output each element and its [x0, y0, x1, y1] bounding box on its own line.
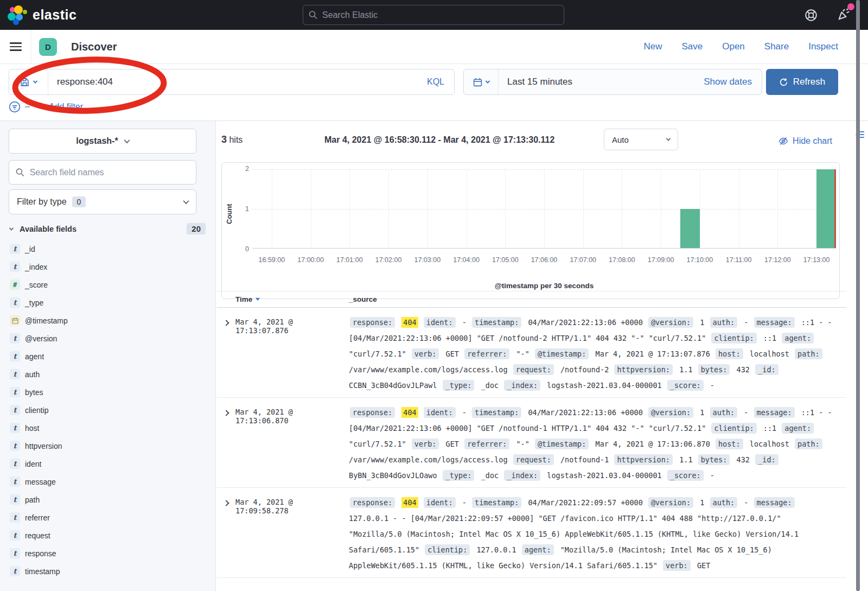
sidebar-field-agent[interactable]: tagent	[9, 347, 207, 365]
y-axis-tick-label: 0	[245, 245, 249, 253]
sidebar-field-message[interactable]: tmessage	[9, 473, 207, 491]
histogram-bar-17:09:30[interactable]	[680, 209, 700, 249]
expand-row-button[interactable]	[217, 495, 235, 574]
field-type-string-icon: t	[10, 441, 20, 451]
field-name: timestamp	[25, 567, 60, 576]
field-name: agent	[25, 352, 44, 361]
sidebar-field-referrer[interactable]: treferrer	[9, 509, 207, 526]
newsfeed-button[interactable]	[837, 7, 852, 23]
sidebar-field-_index[interactable]: t_index	[9, 258, 207, 276]
sidebar-field-clientip[interactable]: tclientip	[9, 401, 207, 419]
open-button[interactable]: Open	[722, 41, 745, 52]
source-value: 432	[737, 455, 750, 464]
filter-icon[interactable]	[9, 101, 21, 113]
add-filter-button[interactable]: + Add filter	[42, 102, 83, 112]
field-name: path	[25, 495, 40, 504]
x-axis-tick-label: 17:13:00	[803, 256, 830, 264]
source-value: "curl/7.52.1"	[349, 440, 406, 448]
interval-select[interactable]: Auto	[604, 129, 678, 150]
sidebar-field-bytes[interactable]: tbytes	[9, 383, 207, 401]
source-field-badge: bytes:	[698, 454, 730, 465]
x-axis-tick-label: 17:12:00	[764, 256, 791, 264]
query-input[interactable]	[48, 77, 417, 87]
source-value: localhost	[750, 349, 789, 358]
highlighted-value: 404	[401, 497, 418, 508]
sidebar-field-path[interactable]: tpath	[9, 491, 207, 509]
field-search[interactable]	[9, 160, 196, 185]
source-value: 1	[700, 408, 704, 417]
expand-row-button[interactable]	[217, 405, 235, 484]
source-field-badge: message:	[754, 317, 795, 328]
doc-table-body: Mar 4, 2021 @ 17:13:07.876response: 404 …	[217, 308, 846, 578]
available-fields-header[interactable]: Available fields 20	[9, 223, 207, 234]
help-icon[interactable]	[804, 8, 818, 22]
sidebar-field-response[interactable]: tresponse	[9, 544, 207, 562]
elastic-logo-icon[interactable]	[8, 5, 28, 26]
filter-type-count-badge: 0	[72, 196, 86, 207]
refresh-button[interactable]: Refresh	[766, 69, 838, 95]
discover-main: 3 hits Mar 4, 2021 @ 16:58:30.112 - Mar …	[216, 121, 846, 591]
field-type-string-icon: t	[10, 387, 20, 397]
sidebar-field-auth[interactable]: tauth	[9, 365, 207, 383]
doc-source: response: 404 ident: - timestamp: 04/Mar…	[349, 405, 846, 484]
field-type-string-icon: t	[10, 512, 20, 523]
field-name: ident	[25, 460, 41, 468]
sidebar-field-host[interactable]: thost	[9, 419, 207, 437]
source-field-badge: _score:	[667, 470, 704, 481]
filter-by-type-select[interactable]: Filter by type 0	[9, 189, 196, 214]
sidebar-field-_type[interactable]: t_type	[9, 294, 207, 312]
sidebar-field-@timestamp[interactable]: @timestamp	[9, 312, 207, 329]
new-button[interactable]: New	[643, 41, 662, 52]
page-scrollbar[interactable]	[856, 0, 860, 591]
x-axis-tick-label: 17:01:00	[336, 256, 363, 264]
global-search[interactable]	[303, 5, 564, 25]
sidebar-field-httpversion[interactable]: thttpversion	[9, 437, 207, 455]
source-value: 432	[737, 365, 750, 374]
source-value: -	[744, 318, 748, 327]
search-icon	[16, 168, 24, 177]
sidebar-field-@version[interactable]: t@version	[9, 329, 207, 347]
source-value: -	[462, 408, 467, 417]
source-field-badge: path:	[795, 348, 822, 359]
field-type-string-icon: t	[10, 297, 20, 308]
sidebar-field-_id[interactable]: t_id	[9, 240, 207, 258]
fields-sidebar: logstash-* Filter by type 0 Available fi…	[0, 121, 216, 591]
query-language-button[interactable]: KQL	[417, 77, 454, 87]
sidebar-field-timestamp[interactable]: ttimestamp	[9, 562, 207, 580]
field-type-string-icon: t	[10, 333, 20, 344]
source-value: /notfound-1	[560, 455, 609, 464]
source-field-badge: verb:	[412, 439, 439, 449]
share-button[interactable]: Share	[764, 41, 789, 52]
doc-timestamp: Mar 4, 2021 @ 17:09:58.278	[235, 495, 349, 574]
page-title: Discover	[71, 41, 117, 53]
hide-chart-button[interactable]: Hide chart	[778, 136, 832, 146]
source-value: 1	[700, 498, 704, 507]
source-value: GET	[446, 440, 459, 448]
global-search-input[interactable]	[322, 10, 558, 20]
x-axis-tick-label: 17:10:00	[687, 256, 713, 264]
sidebar-field-request[interactable]: trequest	[9, 526, 207, 544]
time-column-header[interactable]: Time	[217, 295, 349, 303]
menu-button[interactable]	[0, 30, 31, 64]
gridline-vertical	[544, 169, 545, 248]
filter-bar: + Add filter	[9, 101, 83, 113]
source-field-badge: @version:	[648, 497, 693, 508]
save-button[interactable]: Save	[681, 41, 703, 52]
x-axis-tick-label: 17:11:00	[726, 256, 752, 264]
source-value: CCBN_3cB04dGovJLPawl	[349, 381, 437, 390]
saved-query-menu-button[interactable]	[9, 69, 48, 94]
field-search-input[interactable]	[30, 168, 189, 177]
source-field-badge: verb:	[663, 560, 691, 571]
field-type-string-icon: t	[10, 530, 20, 541]
histogram-bar-17:13:00[interactable]	[816, 169, 836, 248]
source-field-badge: bytes:	[698, 364, 730, 375]
expand-row-button[interactable]	[217, 315, 235, 393]
quick-select-menu-button[interactable]	[464, 69, 499, 94]
time-range-button[interactable]: Last 15 minutes	[499, 77, 704, 87]
show-dates-button[interactable]: Show dates	[704, 77, 762, 87]
sidebar-field-_score[interactable]: #_score	[9, 276, 207, 294]
sidebar-field-ident[interactable]: tident	[9, 455, 207, 473]
source-value: -	[462, 498, 467, 507]
index-pattern-select[interactable]: logstash-*	[9, 129, 196, 154]
inspect-button[interactable]: Inspect	[808, 41, 838, 52]
